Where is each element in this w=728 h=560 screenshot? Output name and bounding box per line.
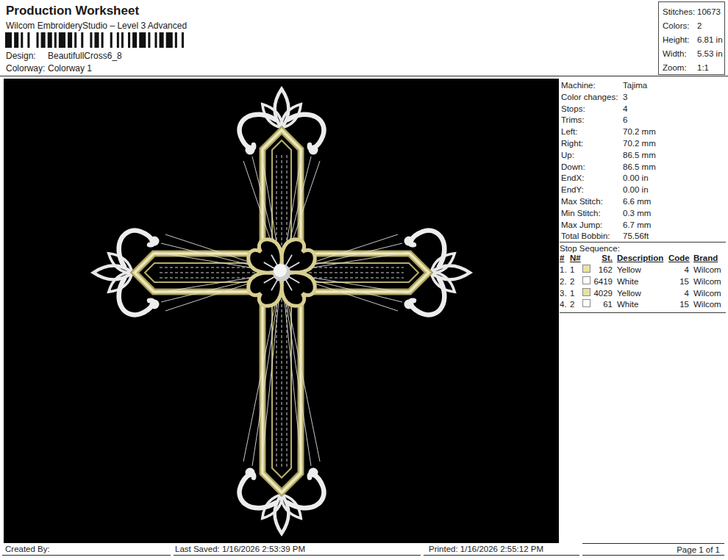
machine-info-row: EndY:0.00 in bbox=[561, 184, 726, 196]
header-divider bbox=[0, 76, 728, 76]
machine-info-value: 3 bbox=[623, 92, 627, 104]
machine-info-label: Up: bbox=[561, 150, 623, 162]
machine-info-label: Color changes: bbox=[561, 92, 623, 104]
machine-info-row: Trims:6 bbox=[561, 115, 726, 126]
stats-row: Height:6.81 in bbox=[663, 33, 724, 47]
stitch-count: 61 bbox=[593, 299, 613, 311]
thread-brand: Wilcom bbox=[689, 299, 726, 311]
stats-value: 2 bbox=[697, 19, 702, 33]
machine-info-value: 0.00 in bbox=[623, 184, 649, 196]
design-preview-canvas bbox=[4, 79, 559, 543]
stitch-count: 4029 bbox=[593, 288, 613, 300]
machine-info-label: EndX: bbox=[561, 173, 623, 184]
machine-info-value: 86.5 mm bbox=[623, 162, 656, 173]
thread-description: White bbox=[613, 299, 668, 311]
stats-row: Width:5.53 in bbox=[663, 47, 724, 61]
col-header-brand: Brand bbox=[689, 253, 726, 265]
thread-code: 4 bbox=[668, 288, 689, 300]
row-num: 2. bbox=[560, 276, 570, 288]
thread-description: Yellow bbox=[613, 265, 668, 276]
machine-info-label: Total Bobbin: bbox=[561, 231, 623, 243]
machine-info-row: Min Stitch:0.3 mm bbox=[561, 208, 726, 220]
footer-printed: Printed: 1/16/2026 2:55:12 PM bbox=[424, 543, 579, 556]
machine-info-row: Total Bobbin:75.56ft bbox=[561, 231, 726, 243]
design-row: Design: BeautifullCross6_8 bbox=[6, 51, 122, 61]
machine-info-row: EndX:0.00 in bbox=[561, 173, 726, 184]
flower-center-highlight bbox=[274, 264, 287, 277]
thread-brand: Wilcom bbox=[689, 265, 726, 276]
stats-row: Stitches:10673 bbox=[663, 5, 724, 19]
thread-code: 15 bbox=[668, 299, 689, 311]
stats-label: Height: bbox=[663, 33, 697, 47]
app-subtitle: Wilcom EmbroideryStudio – Level 3 Advanc… bbox=[6, 21, 187, 31]
machine-info-label: Machine: bbox=[561, 80, 623, 92]
row-num: 3. bbox=[560, 288, 570, 300]
stitch-count: 6419 bbox=[593, 276, 613, 288]
design-label: Design: bbox=[6, 51, 48, 61]
thread-color-swatch bbox=[582, 299, 590, 307]
stats-row: Zoom:1:1 bbox=[663, 61, 724, 75]
machine-info-value: 75.56ft bbox=[623, 231, 649, 243]
machine-info-label: Right: bbox=[561, 138, 623, 150]
production-worksheet-page: Production Worksheet Wilcom EmbroiderySt… bbox=[0, 0, 728, 560]
col-header-num: # bbox=[560, 253, 570, 265]
machine-info-label: Trims: bbox=[561, 115, 623, 126]
machine-info-row: Max Jump:6.7 mm bbox=[561, 220, 726, 231]
needle-num: 1 bbox=[570, 288, 582, 300]
stats-label: Colors: bbox=[663, 19, 697, 33]
machine-info-value: 0.3 mm bbox=[623, 208, 651, 220]
design-value: BeautifullCross6_8 bbox=[48, 51, 122, 61]
row-num: 1. bbox=[560, 265, 570, 276]
machine-info-row: Left:70.2 mm bbox=[561, 126, 726, 138]
col-header-description: Description bbox=[613, 253, 668, 265]
barcode bbox=[5, 32, 186, 48]
footer-page-number: Page 1 of 1 bbox=[582, 543, 724, 556]
machine-info-row: Right:70.2 mm bbox=[561, 138, 726, 150]
thread-brand: Wilcom bbox=[689, 276, 726, 288]
machine-info-row: Up:86.5 mm bbox=[561, 150, 726, 162]
thread-code: 15 bbox=[668, 276, 689, 288]
machine-info-value: Tajima bbox=[623, 80, 647, 92]
needle-num: 2 bbox=[570, 299, 582, 311]
col-header-n: N# bbox=[570, 253, 582, 265]
stop-sequence-row: 1. 1 162 Yellow 4 Wilcom bbox=[560, 265, 726, 276]
stats-label: Width: bbox=[663, 47, 697, 61]
col-header-st: St. bbox=[593, 253, 613, 265]
machine-info-row: Machine:Tajima bbox=[561, 80, 726, 92]
thread-description: White bbox=[613, 276, 668, 288]
machine-info-value: 86.5 mm bbox=[623, 150, 656, 162]
needle-num: 2 bbox=[570, 276, 582, 288]
machine-info-value: 6.6 mm bbox=[623, 196, 651, 208]
colorway-row: Colorway: Colorway 1 bbox=[6, 63, 92, 73]
machine-info-label: Down: bbox=[561, 162, 623, 173]
machine-info-row: Down:86.5 mm bbox=[561, 162, 726, 173]
stitch-count: 162 bbox=[593, 265, 613, 276]
machine-info-label: Max Stitch: bbox=[561, 196, 623, 208]
footer-last-saved: Last Saved: 1/16/2026 2:53:39 PM bbox=[174, 543, 421, 556]
stop-sequence-header-row: # N# St. Description Code Brand bbox=[560, 253, 726, 265]
machine-info-value: 0.00 in bbox=[623, 173, 649, 184]
stats-label: Zoom: bbox=[663, 61, 697, 75]
machine-info-row: Stops:4 bbox=[561, 104, 726, 115]
machine-info-label: Stops: bbox=[561, 104, 623, 115]
thread-brand: Wilcom bbox=[689, 288, 726, 300]
stats-label: Stitches: bbox=[663, 5, 697, 19]
thread-code: 4 bbox=[668, 265, 689, 276]
stop-sequence-table: # N# St. Description Code Brand 1. 1 162… bbox=[560, 253, 726, 313]
machine-info-label: Min Stitch: bbox=[561, 208, 623, 220]
stats-value: 6.81 in bbox=[697, 33, 723, 47]
machine-info-panel: Machine:Tajima Color changes:3 Stops:4 T… bbox=[561, 80, 726, 243]
machine-info-label: EndY: bbox=[561, 184, 623, 196]
page-title: Production Worksheet bbox=[6, 4, 139, 18]
stats-value: 10673 bbox=[697, 5, 721, 19]
stop-sequence-section: Stop Sequence: # N# St. Description Code… bbox=[560, 242, 726, 313]
needle-num: 1 bbox=[570, 265, 582, 276]
stop-sequence-row: 4. 2 61 White 15 Wilcom bbox=[560, 299, 726, 311]
cross-design-svg bbox=[4, 79, 559, 543]
thread-description: Yellow bbox=[613, 288, 668, 300]
col-header-code: Code bbox=[668, 253, 689, 265]
thread-color-swatch bbox=[582, 265, 590, 273]
machine-info-value: 70.2 mm bbox=[623, 126, 656, 138]
machine-info-value: 70.2 mm bbox=[623, 138, 656, 150]
thread-color-swatch bbox=[582, 288, 590, 296]
